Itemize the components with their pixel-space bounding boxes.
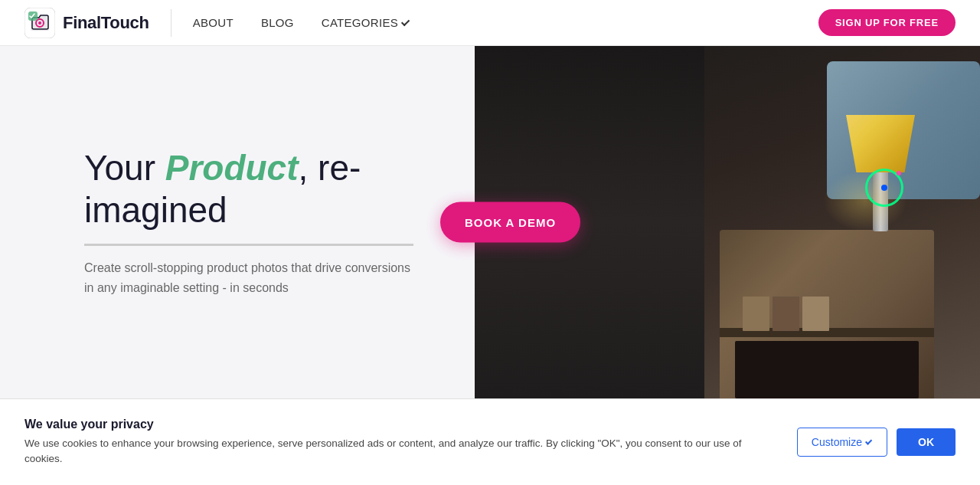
hero-title-highlight: Product bbox=[165, 148, 299, 188]
chevron-down-icon bbox=[401, 17, 410, 25]
nav-item-blog[interactable]: BLOG bbox=[261, 16, 294, 29]
book-3 bbox=[802, 297, 829, 331]
hero-section: Your Product, re-imagined Create scroll-… bbox=[0, 46, 980, 398]
nightstand-element bbox=[720, 230, 934, 398]
logo-icon bbox=[24, 8, 55, 38]
hero-left: Your Product, re-imagined Create scroll-… bbox=[0, 46, 475, 398]
cookie-text-block: We value your privacy We use cookies to … bbox=[24, 418, 782, 467]
nav-item-categories[interactable]: CATEGORIES bbox=[322, 16, 410, 29]
hero-title: Your Product, re-imagined bbox=[84, 147, 413, 246]
ar-dot bbox=[881, 185, 887, 191]
hero-title-prefix: Your bbox=[84, 148, 165, 188]
signup-button[interactable]: SIGN UP FOR FREE bbox=[818, 9, 956, 36]
cookie-actions: Customize OK bbox=[797, 428, 956, 457]
book-2 bbox=[773, 297, 799, 331]
cookie-body: We use cookies to enhance your browsing … bbox=[24, 436, 782, 467]
books-element bbox=[743, 297, 829, 331]
lamp-shade bbox=[846, 115, 915, 172]
chevron-down-blue-icon bbox=[865, 437, 872, 444]
navbar: FinalTouch ABOUT BLOG CATEGORIES SIGN UP… bbox=[0, 0, 980, 46]
ar-overlay bbox=[861, 165, 907, 211]
logo-text: FinalTouch bbox=[63, 13, 149, 33]
nightstand-opening bbox=[735, 341, 919, 398]
nav-divider bbox=[171, 9, 172, 37]
logo-link[interactable]: FinalTouch bbox=[24, 8, 149, 38]
svg-point-3 bbox=[38, 21, 41, 25]
hero-subtitle: Create scroll-stopping product photos th… bbox=[84, 258, 413, 297]
book-1 bbox=[743, 297, 769, 331]
ok-button[interactable]: OK bbox=[897, 428, 956, 456]
nav-links: ABOUT BLOG CATEGORIES bbox=[193, 16, 818, 29]
book-demo-button[interactable]: BOOK A DEMO bbox=[440, 202, 580, 243]
nav-item-about[interactable]: ABOUT bbox=[193, 16, 234, 29]
cookie-title: We value your privacy bbox=[24, 418, 782, 431]
customize-button[interactable]: Customize bbox=[797, 428, 887, 457]
cookie-banner: We value your privacy We use cookies to … bbox=[0, 398, 980, 485]
ar-accent bbox=[897, 171, 901, 175]
